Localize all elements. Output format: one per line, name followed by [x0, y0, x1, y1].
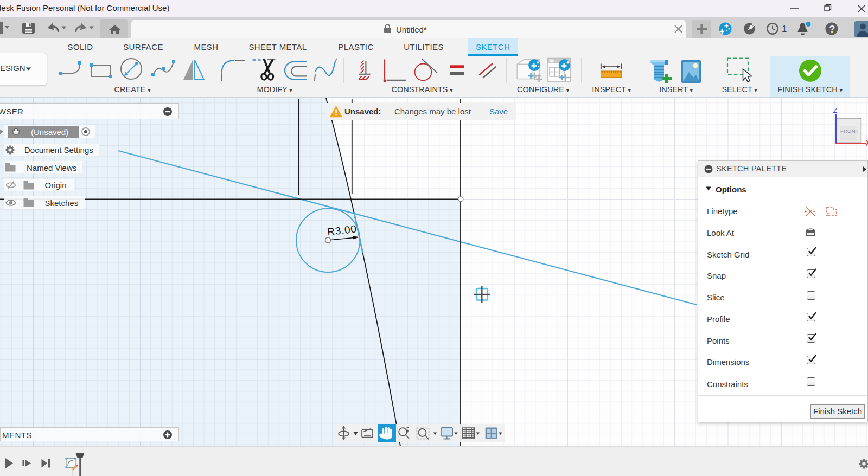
svg-text:FRONT: FRONT [840, 128, 859, 134]
svg-text:Z: Z [833, 106, 838, 114]
